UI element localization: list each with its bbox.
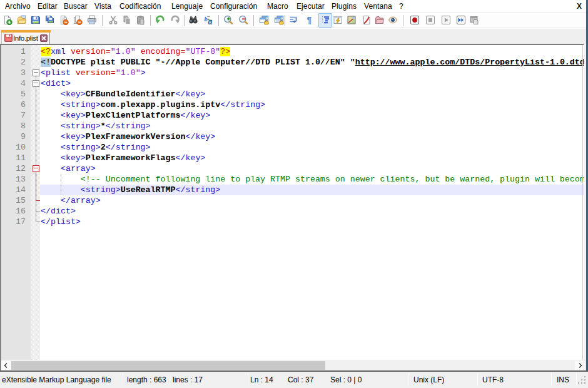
svg-text:¶: ¶	[307, 15, 312, 25]
svg-text:a: a	[208, 17, 213, 25]
